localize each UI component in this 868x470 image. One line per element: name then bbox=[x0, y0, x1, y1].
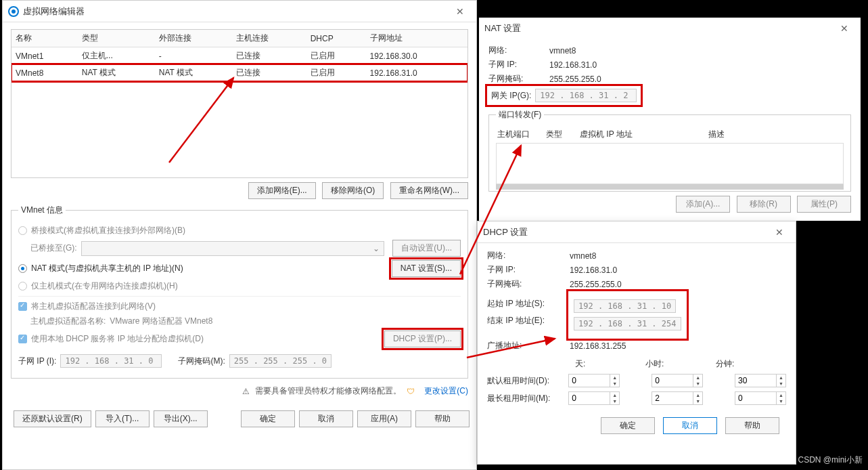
bridged-to-select[interactable]: ⌄ bbox=[81, 241, 385, 256]
scrollbar[interactable] bbox=[496, 184, 844, 190]
dhcp-settings-button[interactable]: DHCP 设置(P)... bbox=[384, 330, 461, 347]
hostonly-radio-label: 仅主机模式(在专用网络内连接虚拟机)(H) bbox=[31, 280, 178, 292]
dhcp-content: 网络: vmnet8 子网 IP: 192.168.31.0 子网掩码: 255… bbox=[478, 243, 796, 446]
nat-radio-label: NAT 模式(与虚拟机共享主机的 IP 地址)(N) bbox=[31, 263, 384, 274]
dhcp-mask-value: 255.255.255.0 bbox=[570, 280, 622, 289]
vne-titlebar: 虚拟网络编辑器 ✕ bbox=[3, 1, 476, 22]
hostonly-radio-row: 仅主机模式(在专用网络内连接虚拟机)(H) bbox=[18, 280, 461, 292]
pf-props-button[interactable]: 属性(P) bbox=[797, 196, 851, 213]
host-adapter-name-value: VMware 网络适配器 VMnet8 bbox=[110, 316, 212, 327]
max-lease-minutes[interactable]: ▲▼ bbox=[735, 391, 786, 405]
import-button[interactable]: 导入(T)... bbox=[95, 410, 150, 427]
bridged-to-row: 已桥接至(G): ⌄ 自动设置(U)... bbox=[18, 240, 461, 257]
default-lease-days[interactable]: ▲▼ bbox=[568, 374, 620, 387]
start-ip-label: 起始 IP 地址(S): bbox=[487, 298, 545, 309]
start-ip-field[interactable]: 192 . 168 . 31 . 10 bbox=[574, 299, 676, 313]
dhcp-network-row: 网络: vmnet8 bbox=[487, 250, 786, 261]
dhcp-footer: 确定 取消 帮助 bbox=[487, 409, 786, 441]
col-subnet: 子网地址 bbox=[366, 30, 467, 47]
checkbox-icon[interactable] bbox=[18, 302, 27, 311]
nat-mask-row: 子网掩码: 255.255.255.0 bbox=[488, 73, 851, 85]
col-external: 外部连接 bbox=[155, 30, 232, 47]
table-buttons: 添加网络(E)... 移除网络(O) 重命名网络(W)... bbox=[11, 182, 468, 199]
shield-icon: 🛡 bbox=[407, 387, 415, 396]
vne-title: 虚拟网络编辑器 bbox=[23, 5, 449, 18]
checkbox-icon[interactable] bbox=[18, 335, 27, 343]
restore-defaults-button[interactable]: 还原默认设置(R) bbox=[14, 410, 91, 427]
table-row[interactable]: VMnet8 NAT 模式 NAT 模式 已连接 已启用 192.168.31.… bbox=[12, 64, 467, 81]
vmnet-info-fieldset: VMnet 信息 桥接模式(将虚拟机直接连接到外部网络)(B) 已桥接至(G):… bbox=[11, 205, 468, 379]
nat-subnet-value: 192.168.31.0 bbox=[549, 60, 597, 70]
lease-header: 天: 小时: 分钟: bbox=[487, 358, 786, 370]
max-lease-row: 最长租用时间(M): ▲▼ ▲▼ ▲▼ bbox=[487, 391, 786, 405]
host-adapter-chk-row: 将主机虚拟适配器连接到此网络(V) bbox=[18, 301, 461, 312]
cancel-button[interactable]: 取消 bbox=[663, 417, 717, 434]
dhcp-chk-row: 使用本地 DHCP 服务将 IP 地址分配给虚拟机(D) DHCP 设置(P).… bbox=[18, 330, 461, 347]
ok-button[interactable]: 确定 bbox=[601, 417, 655, 434]
pf-remove-button[interactable]: 移除(R) bbox=[737, 196, 791, 213]
nat-title: NAT 设置 bbox=[484, 22, 833, 35]
port-forward-fieldset: 端口转发(F) 主机端口 类型 虚拟机 IP 地址 描述 bbox=[488, 109, 851, 192]
gateway-ip-field[interactable]: 192 . 168 . 31 . 2 bbox=[535, 89, 637, 102]
auto-settings-button[interactable]: 自动设置(U)... bbox=[392, 240, 461, 257]
gateway-label: 网关 IP(G): bbox=[491, 90, 531, 102]
max-lease-days[interactable]: ▲▼ bbox=[568, 391, 620, 405]
nat-settings-button[interactable]: NAT 设置(S)... bbox=[392, 260, 461, 277]
ip-range-box: 192 . 168 . 31 . 10 192 . 168 . 31 . 254 bbox=[570, 293, 685, 337]
nat-network-row: 网络: vmnet8 bbox=[488, 45, 851, 56]
admin-warning-row: ⚠ 需要具备管理员特权才能修改网络配置。 🛡 更改设置(C) bbox=[11, 385, 468, 397]
help-button[interactable]: 帮助 bbox=[725, 417, 779, 434]
broadcast-value: 192.168.31.255 bbox=[570, 341, 626, 351]
close-icon[interactable]: ✕ bbox=[833, 18, 855, 39]
virtual-network-editor-window: 虚拟网络编辑器 ✕ 名称 类型 外部连接 主机连接 DHCP 子网地址 VMne… bbox=[2, 0, 477, 470]
pf-buttons: 添加(A)... 移除(R) 属性(P) bbox=[488, 196, 851, 213]
radio-icon[interactable] bbox=[18, 264, 27, 273]
help-button[interactable]: 帮助 bbox=[415, 410, 470, 427]
rename-network-button[interactable]: 重命名网络(W)... bbox=[390, 182, 468, 199]
dhcp-mask-row: 子网掩码: 255.255.255.0 bbox=[487, 278, 786, 290]
subnet-ip-field[interactable]: 192 . 168 . 31 . 0 bbox=[60, 354, 162, 368]
vne-content: 名称 类型 外部连接 主机连接 DHCP 子网地址 VMnet1 仅主机... … bbox=[3, 22, 476, 406]
vmware-icon bbox=[8, 6, 19, 17]
col-dhcp: DHCP bbox=[306, 30, 366, 47]
vmnet-info-legend: VMnet 信息 bbox=[18, 205, 66, 216]
subnet-mask-field[interactable]: 255 . 255 . 255 . 0 bbox=[229, 354, 332, 368]
vmnet-table[interactable]: 名称 类型 外部连接 主机连接 DHCP 子网地址 VMnet1 仅主机... … bbox=[11, 29, 468, 178]
end-ip-field[interactable]: 192 . 168 . 31 . 254 bbox=[574, 317, 681, 330]
default-lease-hours[interactable]: ▲▼ bbox=[652, 374, 703, 387]
watermark: CSDN @mini小新 bbox=[798, 454, 863, 466]
nat-subnet-row: 子网 IP: 192.168.31.0 bbox=[488, 59, 851, 70]
ok-button[interactable]: 确定 bbox=[241, 410, 295, 427]
pf-body[interactable] bbox=[496, 144, 844, 184]
pf-add-button[interactable]: 添加(A)... bbox=[676, 196, 730, 213]
dhcp-title: DHCP 设置 bbox=[483, 226, 769, 238]
close-icon[interactable]: ✕ bbox=[769, 221, 790, 242]
vne-footer: 还原默认设置(R) 导入(T)... 导出(X)... 确定 取消 应用(A) … bbox=[3, 406, 476, 434]
nat-titlebar: NAT 设置 ✕ bbox=[479, 18, 861, 39]
bridge-radio-row: 桥接模式(将虚拟机直接连接到外部网络)(B) bbox=[18, 225, 461, 236]
nat-gateway-row: 网关 IP(G): 192 . 168 . 31 . 2 bbox=[488, 87, 639, 104]
default-lease-minutes[interactable]: ▲▼ bbox=[735, 374, 786, 387]
warning-icon: ⚠ bbox=[242, 387, 250, 396]
change-settings-button[interactable]: 更改设置(C) bbox=[424, 385, 468, 397]
cancel-button[interactable]: 取消 bbox=[299, 410, 353, 427]
subnet-row: 子网 IP (I): 192 . 168 . 31 . 0 子网掩码(M): 2… bbox=[18, 354, 461, 368]
export-button[interactable]: 导出(X)... bbox=[154, 410, 208, 427]
close-icon[interactable]: ✕ bbox=[449, 1, 471, 22]
default-lease-row: 默认租用时间(D): ▲▼ ▲▼ ▲▼ bbox=[487, 374, 786, 387]
add-network-button[interactable]: 添加网络(E)... bbox=[248, 182, 316, 199]
subnet-ip-label: 子网 IP (I): bbox=[18, 356, 56, 367]
apply-button[interactable]: 应用(A) bbox=[357, 410, 411, 427]
host-adapter-chk-label: 将主机虚拟适配器连接到此网络(V) bbox=[31, 301, 156, 312]
remove-network-button[interactable]: 移除网络(O) bbox=[322, 182, 384, 199]
admin-warning-text: 需要具备管理员特权才能修改网络配置。 bbox=[255, 385, 401, 397]
dhcp-settings-window: DHCP 设置 ✕ 网络: vmnet8 子网 IP: 192.168.31.0… bbox=[477, 221, 796, 465]
radio-icon[interactable] bbox=[18, 226, 27, 235]
nat-content: 网络: vmnet8 子网 IP: 192.168.31.0 子网掩码: 255… bbox=[479, 39, 861, 219]
table-row[interactable]: VMnet1 仅主机... - 已连接 已启用 192.168.30.0 bbox=[12, 47, 467, 65]
radio-icon[interactable] bbox=[18, 282, 27, 291]
max-lease-hours[interactable]: ▲▼ bbox=[652, 391, 703, 405]
col-hostconn: 主机连接 bbox=[232, 30, 306, 47]
dhcp-subnet-value: 192.168.31.0 bbox=[570, 265, 617, 275]
nat-radio-row: NAT 模式(与虚拟机共享主机的 IP 地址)(N) NAT 设置(S)... bbox=[18, 260, 461, 277]
